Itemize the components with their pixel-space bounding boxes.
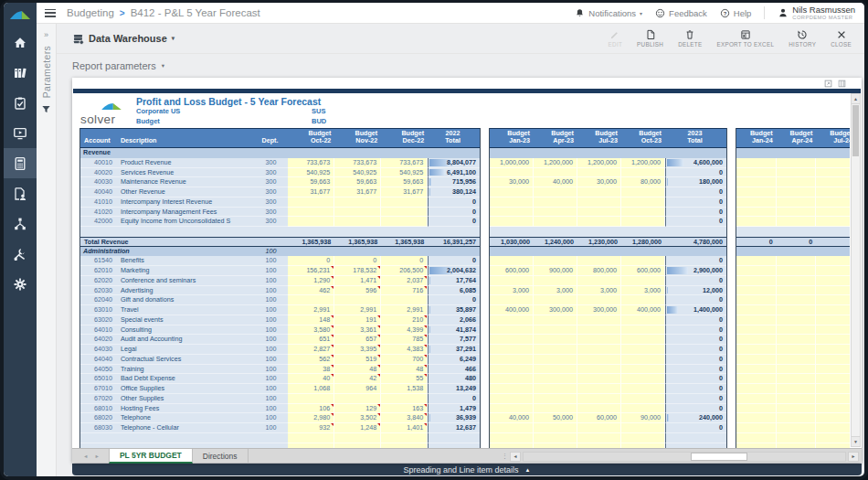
budget-input-cell[interactable] <box>816 423 850 433</box>
budget-input-cell[interactable]: 562 <box>288 355 334 365</box>
budget-input-cell[interactable] <box>577 384 621 394</box>
budget-input-cell[interactable] <box>577 345 621 355</box>
budget-input-cell[interactable]: 48 <box>334 365 381 375</box>
budget-input-cell[interactable]: 932 <box>288 423 334 433</box>
budget-input-cell[interactable] <box>621 197 665 208</box>
budget-input-cell[interactable] <box>577 394 621 404</box>
budget-input-cell[interactable] <box>490 394 534 404</box>
sidebar-item-home[interactable] <box>4 27 37 58</box>
budget-input-cell[interactable]: 785 <box>381 335 428 345</box>
budget-input-cell[interactable]: 700 <box>381 355 428 365</box>
budget-input-cell[interactable] <box>736 394 777 404</box>
hamburger-menu-icon[interactable] <box>45 9 56 17</box>
close-button[interactable]: CLOSE <box>831 29 852 48</box>
budget-input-cell[interactable] <box>777 295 817 305</box>
budget-input-cell[interactable]: 163 <box>381 404 428 414</box>
budget-input-cell[interactable] <box>577 187 621 197</box>
budget-input-cell[interactable] <box>621 295 665 305</box>
budget-input-cell[interactable] <box>621 355 665 365</box>
budget-input-cell[interactable] <box>816 208 850 218</box>
budget-input-cell[interactable] <box>490 187 534 197</box>
budget-input-cell[interactable] <box>736 158 777 168</box>
budget-input-cell[interactable] <box>534 217 577 227</box>
budget-input-cell[interactable]: 1,200,000 <box>534 158 577 168</box>
budget-input-cell[interactable] <box>334 217 381 227</box>
sheet-tab-pl-5yr-budget[interactable]: PL 5YR BUDGET <box>109 449 193 464</box>
budget-input-cell[interactable]: 1,471 <box>334 276 381 286</box>
budget-input-cell[interactable]: 540,925 <box>288 168 334 178</box>
budget-input-cell[interactable]: 1,401 <box>381 423 428 433</box>
budget-input-cell[interactable] <box>621 423 665 433</box>
budget-input-cell[interactable] <box>777 355 817 365</box>
help-button[interactable]: ? Help <box>720 8 752 18</box>
feedback-button[interactable]: Feedback <box>655 8 707 18</box>
budget-input-cell[interactable]: 540,925 <box>381 168 428 178</box>
budget-input-cell[interactable]: 4,383 <box>381 345 428 355</box>
budget-input-cell[interactable] <box>777 423 817 433</box>
budget-input-cell[interactable]: 31,677 <box>381 187 428 197</box>
budget-input-cell[interactable]: 3,502 <box>334 413 381 423</box>
vertical-scrollbar[interactable]: ▲ ▼ <box>851 93 861 447</box>
h-scroll-thumb[interactable] <box>691 453 747 461</box>
budget-input-cell[interactable] <box>621 384 665 394</box>
history-button[interactable]: HISTORY <box>789 29 816 48</box>
budget-input-cell[interactable] <box>490 404 534 414</box>
tab-nav-right-icon[interactable]: ► <box>94 453 99 459</box>
budget-input-cell[interactable] <box>490 295 534 305</box>
spreading-details-expander[interactable]: Spreading and Line item details ▲ <box>72 464 862 475</box>
budget-input-cell[interactable] <box>736 315 777 325</box>
budget-input-cell[interactable] <box>736 305 777 315</box>
budget-input-cell[interactable] <box>816 256 850 266</box>
budget-input-cell[interactable] <box>777 266 817 276</box>
budget-input-cell[interactable] <box>334 197 381 208</box>
budget-input-cell[interactable] <box>736 177 777 187</box>
budget-input-cell[interactable]: 1,290 <box>288 276 334 286</box>
budget-input-cell[interactable] <box>777 325 817 336</box>
v-scroll-thumb[interactable] <box>852 105 859 156</box>
budget-input-cell[interactable]: 1,000,000 <box>490 158 534 168</box>
budget-input-cell[interactable]: 48 <box>381 365 428 375</box>
budget-input-cell[interactable] <box>621 404 665 414</box>
budget-input-cell[interactable]: 716 <box>381 286 428 296</box>
budget-input-cell[interactable] <box>381 394 428 404</box>
delete-button[interactable]: DELETE <box>678 29 702 48</box>
budget-input-cell[interactable] <box>534 384 577 394</box>
budget-input-cell[interactable]: 651 <box>288 335 334 345</box>
budget-input-cell[interactable] <box>777 305 817 315</box>
budget-input-cell[interactable] <box>816 394 850 404</box>
budget-input-cell[interactable] <box>777 276 817 286</box>
budget-input-cell[interactable]: 3,840 <box>381 413 428 423</box>
budget-input-cell[interactable]: 4,399 <box>381 325 428 336</box>
budget-input-cell[interactable]: 0 <box>381 256 428 266</box>
data-source-dropdown[interactable]: Data Warehouse ▾ <box>72 33 175 45</box>
scroll-left-button[interactable]: ◄ <box>510 452 521 462</box>
budget-input-cell[interactable] <box>816 384 850 394</box>
budget-input-cell[interactable] <box>288 433 334 443</box>
sheet-tab-directions[interactable]: Directions <box>193 449 249 464</box>
budget-input-cell[interactable]: 30,000 <box>490 177 534 187</box>
maximize-icon[interactable] <box>824 80 832 88</box>
budget-input-cell[interactable] <box>534 187 577 197</box>
budget-input-cell[interactable]: 3,580 <box>288 325 334 336</box>
budget-input-cell[interactable] <box>288 295 334 305</box>
budget-input-cell[interactable]: 80,000 <box>621 177 665 187</box>
budget-input-cell[interactable] <box>816 177 850 187</box>
budget-input-cell[interactable] <box>577 374 621 384</box>
budget-input-cell[interactable] <box>534 423 577 433</box>
budget-input-cell[interactable] <box>816 355 850 365</box>
budget-input-cell[interactable] <box>534 404 577 414</box>
budget-input-cell[interactable] <box>736 266 777 276</box>
budget-input-cell[interactable] <box>490 208 534 218</box>
budget-input-cell[interactable]: 1,068 <box>288 384 334 394</box>
publish-button[interactable]: PUBLISH <box>637 29 663 48</box>
budget-input-cell[interactable]: 3,000 <box>577 286 621 296</box>
parameters-panel-collapsed[interactable]: » Parameters <box>37 24 57 476</box>
budget-input-cell[interactable]: 40 <box>288 374 334 384</box>
budget-input-cell[interactable] <box>577 335 621 345</box>
budget-input-cell[interactable] <box>534 208 577 218</box>
budget-input-cell[interactable]: 519 <box>334 355 381 365</box>
budget-input-cell[interactable] <box>736 374 777 384</box>
budget-input-cell[interactable]: 2,991 <box>288 305 334 315</box>
budget-input-cell[interactable] <box>777 217 817 227</box>
budget-input-cell[interactable] <box>736 256 777 266</box>
